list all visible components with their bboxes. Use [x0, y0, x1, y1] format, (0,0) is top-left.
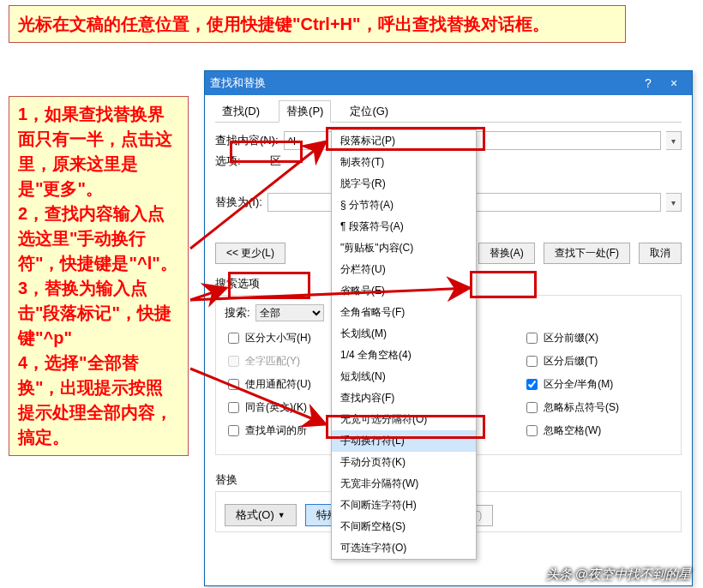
cancel-button[interactable]: 取消 — [639, 243, 682, 264]
replace-all-button[interactable]: 替换(A) — [478, 243, 535, 264]
dialog-title: 查找和替换 — [210, 75, 266, 91]
annotation-left-text: 1，如果查找替换界面只有一半，点击这里，原来这里是是"更多"。 2，查找内容输入… — [18, 105, 177, 447]
help-button[interactable]: ? — [635, 76, 661, 90]
tab-goto[interactable]: 定位(G) — [343, 101, 395, 122]
format-button[interactable]: 格式(O)▼ — [225, 504, 297, 526]
menu-item[interactable]: 全角省略号(F) — [332, 302, 476, 323]
options-value: 区 — [270, 153, 281, 169]
menu-item[interactable]: 可选连字符(O) — [332, 537, 476, 559]
menu-item[interactable]: 脱字号(R) — [332, 173, 476, 195]
menu-item[interactable]: 制表符(T) — [332, 152, 476, 173]
chk-fullhalf[interactable]: 区分全/半角(M) — [523, 376, 672, 393]
menu-item[interactable]: 无宽非分隔符(W) — [332, 473, 476, 495]
menu-item[interactable]: § 分节符(A) — [332, 195, 476, 216]
tab-replace[interactable]: 替换(P) — [279, 100, 331, 123]
find-label: 查找内容(N): — [215, 133, 279, 148]
chk-punct[interactable]: 忽略标点符号(S) — [523, 399, 672, 416]
annotation-top-text: 光标在文稿的任意位置，使用快捷键"Ctrl+H"，呼出查找替换对话框。 — [18, 15, 550, 33]
menu-item[interactable]: 手动分页符(K) — [332, 452, 476, 473]
menu-item[interactable]: 1/4 全角空格(4) — [332, 345, 476, 366]
menu-item[interactable]: 长划线(M) — [332, 323, 476, 345]
menu-item[interactable]: 短划线(N) — [332, 366, 476, 387]
menu-item[interactable]: 手动换行符(L) — [332, 430, 476, 452]
watermark: 头条 头条 @夜空中找不到的星@夜空中找不到的星 — [546, 567, 691, 583]
chk-space[interactable]: 忽略空格(W) — [523, 423, 672, 439]
special-format-menu: 段落标记(P)制表符(T)脱字号(R)§ 分节符(A)¶ 段落符号(A)"剪贴板… — [331, 129, 477, 560]
menu-item[interactable]: 无宽可选分隔符(O) — [332, 409, 476, 430]
replace-combo-arrow[interactable]: ▾ — [666, 193, 682, 212]
menu-item[interactable]: 省略号(E) — [332, 280, 476, 302]
options-label: 选项: — [215, 153, 241, 169]
chk-suffix[interactable]: 区分后缀(T) — [523, 353, 672, 369]
annotation-top: 光标在文稿的任意位置，使用快捷键"Ctrl+H"，呼出查找替换对话框。 — [9, 5, 626, 43]
menu-item[interactable]: 不间断空格(S) — [332, 516, 476, 537]
menu-item[interactable]: 查找内容(F) — [332, 387, 476, 409]
search-direction-select[interactable]: 全部 — [255, 304, 324, 321]
menu-item[interactable]: "剪贴板"内容(C) — [332, 237, 476, 259]
find-combo-arrow[interactable]: ▾ — [666, 131, 682, 150]
chk-prefix[interactable]: 区分前缀(X) — [523, 330, 672, 346]
search-direction-label: 搜索: — [225, 305, 250, 321]
menu-item[interactable]: 段落标记(P) — [332, 130, 476, 152]
titlebar[interactable]: 查找和替换 ? × — [205, 71, 692, 95]
menu-item[interactable]: 不间断连字符(H) — [332, 495, 476, 516]
annotation-left: 1，如果查找替换界面只有一半，点击这里，原来这里是是"更多"。 2，查找内容输入… — [9, 96, 189, 456]
replace-label: 替换为(I): — [215, 195, 262, 210]
less-button[interactable]: << 更少(L) — [215, 243, 285, 264]
menu-item[interactable]: 分栏符(U) — [332, 259, 476, 280]
close-button[interactable]: × — [661, 76, 687, 90]
tab-strip: 查找(D) 替换(P) 定位(G) — [215, 102, 682, 123]
menu-item[interactable]: ¶ 段落符号(A) — [332, 216, 476, 237]
tab-find[interactable]: 查找(D) — [215, 101, 267, 122]
find-next-button[interactable]: 查找下一处(F) — [544, 243, 630, 264]
